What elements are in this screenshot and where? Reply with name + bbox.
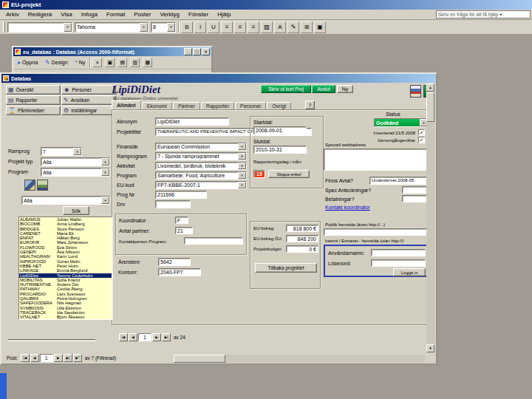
program-filter-combo[interactable]: Alla ▼: [41, 168, 110, 177]
large-icons-button[interactable]: ▣: [105, 58, 115, 67]
vertical-scrollbar[interactable]: ▲ ▼: [426, 83, 434, 352]
font-color-button[interactable]: A: [274, 21, 286, 33]
align-center-button[interactable]: ≡: [234, 21, 246, 33]
record-nav-button[interactable]: ▶: [152, 333, 161, 341]
record-nav-button[interactable]: ◀: [30, 354, 39, 362]
nav-rapporter-button[interactable]: ▤ Rapporter: [6, 95, 61, 105]
spec-anteckningar-field[interactable]: [402, 186, 429, 194]
open-button[interactable]: ▸ Öppna: [16, 58, 40, 67]
status-combo[interactable]: Godkänd ▼: [374, 118, 429, 127]
delete-button[interactable]: ×: [92, 58, 102, 67]
nav-installningar-button[interactable]: ⚙ Inställningar: [61, 106, 116, 115]
ramprog-combo[interactable]: 7 ▼: [41, 147, 82, 156]
tillbaka-projektet-button[interactable]: Tillbaka projektet: [255, 263, 317, 273]
record-nav-button[interactable]: ▶*: [73, 354, 82, 362]
anvandarnamn-field[interactable]: [371, 249, 426, 256]
italic-button[interactable]: I: [194, 21, 206, 33]
rapportdag-field[interactable]: 15: [253, 170, 265, 178]
koordinator-field[interactable]: F: [175, 216, 188, 224]
line-color-button[interactable]: ✎: [287, 21, 299, 33]
details-view-button[interactable]: ▦: [143, 58, 152, 67]
record-nav-button[interactable]: ▶: [54, 354, 63, 362]
genomgangen-checkbox[interactable]: ✓: [418, 137, 425, 143]
new-button[interactable]: * Ny: [73, 58, 88, 67]
menu-verktyg[interactable]: Verktyg: [155, 10, 184, 18]
losenord-field[interactable]: [371, 259, 426, 267]
borders-button[interactable]: ⊞: [301, 21, 313, 33]
scroll-up-icon[interactable]: ▲: [426, 83, 434, 92]
close-button[interactable]: ×: [202, 48, 210, 55]
record-nav-button[interactable]: |◀: [119, 333, 128, 341]
help-button[interactable]: ?: [305, 100, 315, 109]
inventerad-checkbox[interactable]: ✓: [418, 129, 425, 136]
align-left-button[interactable]: ≡: [221, 21, 233, 33]
list-view-button[interactable]: ▥: [130, 58, 140, 67]
antal-partner-field[interactable]: 21: [175, 227, 193, 234]
record-nav-button[interactable]: |◀: [21, 354, 30, 362]
print-preview-icon-button[interactable]: [410, 85, 421, 98]
logga-in-button[interactable]: Logga in: [393, 268, 426, 276]
align-right-button[interactable]: ≡: [248, 21, 259, 33]
font-combo[interactable]: Tahoma ▼: [75, 22, 149, 33]
arendenr-field[interactable]: 5642: [158, 258, 191, 266]
betalningar-field[interactable]: [402, 195, 429, 202]
scroll-down-icon[interactable]: ▼: [426, 344, 434, 352]
urval-combo[interactable]: Alla ▼: [21, 196, 110, 205]
slutdat-field[interactable]: 2010-10-31: [253, 146, 307, 154]
menu-arkiv[interactable]: Arkiv: [1, 10, 24, 18]
eukod-combo[interactable]: FP7-KBBE-2007-1 ▼: [155, 181, 247, 189]
project-list-item[interactable]: VITALNET Björn Åkesson: [19, 315, 112, 319]
underline-button[interactable]: U: [208, 21, 219, 33]
menu-redigera[interactable]: Redigera: [24, 10, 56, 18]
new-record-button[interactable]: Ny: [337, 85, 353, 93]
horizontal-scrollbar[interactable]: [174, 355, 425, 363]
ramprogram-combo[interactable]: 7 - Sjunde ramprogrammet ▼: [155, 152, 247, 160]
finansiar-combo[interactable]: European Commission ▼: [155, 143, 247, 151]
menu-visa[interactable]: Visa: [56, 10, 76, 18]
print-card-button[interactable]: Skriv ut kort Proj: [261, 85, 311, 93]
menu-fonster[interactable]: Fönster: [184, 10, 213, 18]
eu-bidrag-ou-field[interactable]: 848 200: [286, 235, 318, 242]
toolbar-drag-handle[interactable]: [3, 21, 5, 33]
projektbudget-field[interactable]: 0 €: [286, 245, 318, 253]
nav-ansokan-button[interactable]: ✎ Ansökan: [61, 95, 116, 105]
list-scrollbar[interactable]: [8, 339, 95, 341]
projekttyp-combo[interactable]: Alla ▼: [41, 157, 110, 166]
program-combo[interactable]: Samarbete: Food, Agriculture ▼: [155, 171, 247, 180]
font-size-combo[interactable]: 8 ▼: [151, 22, 176, 33]
menu-infoga[interactable]: Infoga: [77, 10, 102, 18]
project-list[interactable]: ALBAMUS Johan Wallin BIOCOMB Anna Lindbe…: [18, 216, 112, 320]
help-question-box[interactable]: Skriv en fråga för att få hjälp ▾: [436, 10, 531, 18]
akronym-field[interactable]: LipiDiDiet: [155, 117, 229, 126]
dnr-field[interactable]: [155, 200, 191, 208]
record-number-field[interactable]: 1: [138, 333, 151, 341]
avtal-field[interactable]: Underskrivet 2008-05: [369, 177, 429, 185]
record-nav-button[interactable]: ▶|: [64, 354, 72, 362]
design-button[interactable]: ✎ Design: [43, 58, 70, 67]
kontonr-field[interactable]: 2040-FP7: [158, 268, 201, 276]
menu-poster[interactable]: Poster: [129, 10, 155, 18]
kontakt-koordinator-link[interactable]: Kontakt koordinator: [325, 205, 370, 210]
special-effect-button[interactable]: ▣: [314, 21, 326, 33]
prognr-field[interactable]: 211696: [155, 191, 207, 199]
close-project-button[interactable]: Avslut: [312, 85, 335, 93]
search-button[interactable]: Sök: [63, 206, 89, 215]
aktivitet-combo[interactable]: Livsmedel, jordbruk, bioteknik ▼: [155, 162, 247, 170]
object-combo[interactable]: ▼: [7, 22, 72, 33]
bold-button[interactable]: B: [181, 21, 193, 33]
publik-hemsida-field[interactable]: [324, 228, 429, 236]
nav-personer-button[interactable]: ☻ Personer: [61, 85, 116, 95]
nav-paminnelser-button[interactable]: ⌛ Påminnelser: [6, 106, 61, 115]
record-number-field[interactable]: 1: [40, 354, 53, 362]
minimize-button[interactable]: _: [184, 48, 192, 55]
webbadress-field[interactable]: [324, 149, 429, 171]
small-icons-button[interactable]: ▤: [117, 58, 127, 67]
scrollbar-thumb[interactable]: [426, 92, 434, 122]
scrollbar-thumb[interactable]: [174, 355, 225, 363]
maximize-button[interactable]: □: [193, 48, 201, 55]
eu-bidrag-field[interactable]: 818 800 €: [286, 225, 318, 232]
menu-format[interactable]: Format: [102, 10, 129, 18]
record-nav-button[interactable]: ◀: [129, 333, 137, 341]
startdat-field[interactable]: 2008-09-01: [253, 126, 307, 134]
skapa-enkel-button[interactable]: Skapa enkel: [268, 170, 310, 178]
